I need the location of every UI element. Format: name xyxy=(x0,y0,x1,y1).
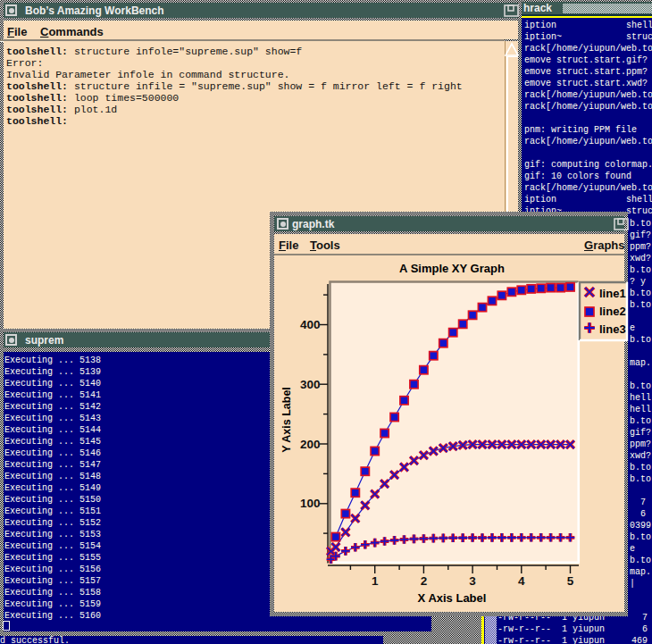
svg-text:200: 200 xyxy=(300,438,321,451)
svg-text:line3: line3 xyxy=(599,322,626,336)
svg-text:X Axis Label: X Axis Label xyxy=(418,591,487,605)
svg-text:400: 400 xyxy=(300,318,321,331)
svg-text:1: 1 xyxy=(372,574,379,588)
svg-text:4: 4 xyxy=(518,574,525,588)
svg-text:line2: line2 xyxy=(599,305,626,318)
svg-text:5: 5 xyxy=(567,574,574,588)
svg-text:Y Axis Label: Y Axis Label xyxy=(280,387,293,453)
svg-text:A Simple XY Graph: A Simple XY Graph xyxy=(399,262,505,275)
svg-text:100: 100 xyxy=(300,497,321,510)
svg-text:2: 2 xyxy=(421,574,428,588)
svg-text:3: 3 xyxy=(469,574,476,588)
svg-text:line1: line1 xyxy=(599,287,626,300)
svg-text:300: 300 xyxy=(300,378,321,391)
